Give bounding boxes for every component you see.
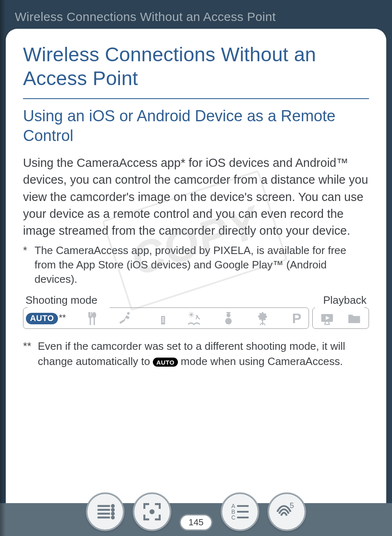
playback-label: Playback (323, 294, 367, 307)
auto-mode-badge: AUTO (26, 313, 58, 324)
p-mode-icon: P (288, 310, 305, 327)
svg-point-1 (190, 313, 193, 316)
left-page-shade (0, 0, 6, 536)
svg-point-3 (225, 318, 232, 324)
page-title: Wireless Connections Without an Access P… (23, 43, 369, 90)
page-subtitle: Using an iOS or Android Device as a Remo… (23, 106, 369, 146)
svg-text:5: 5 (290, 501, 294, 510)
wifi-section-button[interactable]: 5 (267, 492, 306, 531)
header-section-title: Wireless Connections Without an Access P… (0, 0, 392, 29)
page-number-pill: 145 (180, 514, 212, 531)
ski-person-icon (117, 310, 134, 327)
shooting-mode-label: Shooting mode (25, 294, 97, 307)
fullscreen-button[interactable] (133, 492, 171, 531)
svg-point-10 (112, 509, 114, 511)
nav-circles: 145 A B C 5 (0, 492, 392, 531)
page-card: COPY Wireless Connections Without an Acc… (6, 29, 386, 518)
footnote-2: ** Even if the camcorder was set to a di… (23, 339, 369, 369)
index-button[interactable]: A B C (221, 492, 259, 531)
folder-icon (346, 310, 363, 327)
auto-badge-inline: AUTO (153, 358, 178, 367)
play-display-icon (318, 310, 336, 327)
auto-mode-stars: ** (59, 312, 66, 323)
mode-strip: Shooting mode Playback AUTO ** (23, 294, 369, 329)
body-paragraph: Using the CameraAccess app* for iOS devi… (23, 155, 369, 239)
footnote-2-text: Even if the camcorder was set to a diffe… (38, 339, 369, 369)
svg-point-12 (112, 513, 114, 515)
svg-point-0 (127, 312, 129, 314)
night-building-icon (151, 310, 168, 327)
svg-point-8 (112, 505, 114, 507)
playback-group (312, 307, 369, 329)
toc-button[interactable] (86, 492, 125, 531)
sun-beach-icon (185, 310, 203, 327)
title-rule (23, 98, 369, 99)
footnote-1: * The CameraAccess app, provided by PIXE… (23, 243, 369, 286)
svg-point-15 (150, 510, 153, 513)
shooting-mode-group: AUTO ** (23, 307, 309, 329)
flower-icon (254, 310, 271, 327)
footnote-1-text: The CameraAccess app, provided by PIXELA… (35, 243, 369, 286)
svg-rect-4 (226, 312, 231, 313)
footnote-1-mark: * (23, 243, 30, 286)
svg-text:C: C (231, 514, 235, 521)
footnote-2-mark: ** (23, 339, 34, 369)
svg-point-2 (226, 313, 231, 317)
cutlery-icon (83, 310, 100, 327)
snowman-icon (220, 310, 237, 327)
svg-point-14 (112, 517, 114, 519)
